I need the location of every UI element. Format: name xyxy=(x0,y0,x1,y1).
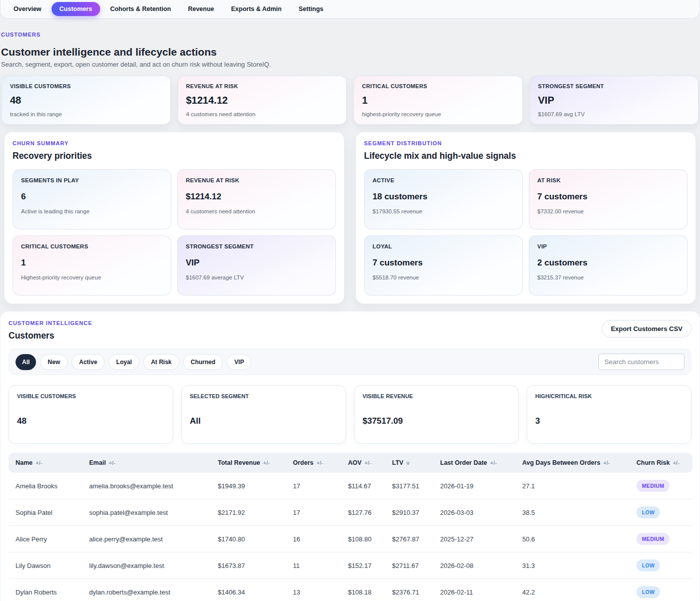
section-eyebrow-segment-distribution: SEGMENT DISTRIBUTION xyxy=(364,140,687,146)
mini-card-active-segment: ACTIVE 18 customers $17930.55 revenue xyxy=(364,169,523,229)
table-row[interactable]: Lily Dawson lily.dawson@example.test $16… xyxy=(9,552,692,579)
col-label: Orders xyxy=(293,459,313,466)
churn-risk-badge: LOW xyxy=(636,559,660,571)
mini-label: SEGMENTS IN PLAY xyxy=(21,177,163,183)
ci-stat-visible-customers: VISIBLE CUSTOMERS 48 xyxy=(9,385,173,444)
churn-summary-grid: SEGMENTS IN PLAY 6 Active is leading thi… xyxy=(13,169,336,295)
sort-indicator: +/- xyxy=(109,460,115,466)
hero-section: CUSTOMERS Customer intelligence and life… xyxy=(0,19,700,125)
ci-stat-value: All xyxy=(190,416,337,426)
customers-heading: Customers xyxy=(9,331,92,341)
stat-card-revenue-at-risk: REVENUE AT RISK $1214.12 4 customers nee… xyxy=(178,76,347,125)
filter-chip-new[interactable]: New xyxy=(40,354,68,370)
cell-aov: $127.76 xyxy=(341,499,385,526)
customer-stats-grid: VISIBLE CUSTOMERS 48 SELECTED SEGMENT Al… xyxy=(9,385,691,444)
customer-intelligence-header: CUSTOMER INTELLIGENCE Customers Export C… xyxy=(9,320,691,341)
col-header-name[interactable]: Name+/- xyxy=(9,453,82,473)
stat-label: REVENUE AT RISK xyxy=(186,83,338,89)
col-header-total-revenue[interactable]: Total Revenue+/- xyxy=(211,453,286,473)
cell-orders: 17 xyxy=(286,473,341,499)
section-eyebrow-churn-summary: CHURN SUMMARY xyxy=(13,140,336,146)
table-row[interactable]: Alice Perry alice.perry@example.test $17… xyxy=(9,526,692,552)
mini-label: ACTIVE xyxy=(373,177,514,183)
mini-sub: $5518.70 revenue xyxy=(373,274,514,280)
tab-revenue[interactable]: Revenue xyxy=(181,3,221,16)
churn-risk-badge: LOW xyxy=(636,586,660,598)
export-customers-csv-button[interactable]: Export Customers CSV xyxy=(602,320,691,338)
col-label: Avg Days Between Orders xyxy=(522,459,600,466)
stat-sub: $1607.69 avg LTV xyxy=(538,111,690,117)
ci-stat-label: VISIBLE CUSTOMERS xyxy=(17,393,165,399)
filter-chip-vip[interactable]: VIP xyxy=(227,354,251,370)
churn-risk-badge: MEDIUM xyxy=(636,480,669,492)
col-header-email[interactable]: Email+/- xyxy=(82,453,211,473)
mini-value: 2 customers xyxy=(537,258,679,268)
sort-indicator: +/- xyxy=(673,460,679,466)
cell-aov: $114.67 xyxy=(341,473,385,499)
cell-total-revenue: $2171.92 xyxy=(211,499,286,526)
page-title: Customer intelligence and lifecycle acti… xyxy=(1,46,699,58)
stat-card-critical-customers: CRITICAL CUSTOMERS 1 highest-priority re… xyxy=(354,76,523,125)
ci-stat-label: HIGH/CRITICAL RISK xyxy=(535,393,683,399)
cell-avg-days: 42.2 xyxy=(515,579,629,601)
filter-chip-all[interactable]: All xyxy=(16,354,36,370)
col-header-avg-days-between-orders[interactable]: Avg Days Between Orders+/- xyxy=(515,453,629,473)
col-header-ltv[interactable]: LTVv xyxy=(385,453,433,473)
col-label: Total Revenue xyxy=(218,459,260,466)
stat-card-visible-customers: VISIBLE CUSTOMERS 48 tracked in this ran… xyxy=(2,76,171,125)
tab-settings[interactable]: Settings xyxy=(291,3,330,16)
mini-label: CRITICAL CUSTOMERS xyxy=(21,243,163,249)
cell-total-revenue: $1673.87 xyxy=(211,552,286,579)
churn-summary-title: Recovery priorities xyxy=(13,151,336,161)
stat-label: STRONGEST SEGMENT xyxy=(538,83,690,89)
mini-sub: $17930.55 revenue xyxy=(373,208,514,214)
filter-chip-loyal[interactable]: Loyal xyxy=(109,354,139,370)
search-input[interactable] xyxy=(598,354,684,370)
mini-label: VIP xyxy=(537,243,679,249)
col-header-orders[interactable]: Orders+/- xyxy=(286,453,341,473)
tab-cohorts-retention[interactable]: Cohorts & Retention xyxy=(103,3,178,16)
customers-table-container: Name+/- Email+/- Total Revenue+/- Orders… xyxy=(9,453,691,601)
mini-value: 1 xyxy=(21,258,163,268)
cell-orders: 16 xyxy=(286,526,341,552)
cell-aov: $108.18 xyxy=(341,579,385,601)
customers-table: Name+/- Email+/- Total Revenue+/- Orders… xyxy=(9,453,692,601)
mini-card-strongest-segment: STRONGEST SEGMENT VIP $1607.69 average L… xyxy=(177,235,336,295)
mini-card-at-risk-segment: AT RISK 7 customers $7332.00 revenue xyxy=(529,169,687,229)
table-row[interactable]: Amelia Brooks amelia.brooks@example.test… xyxy=(9,473,692,499)
mini-value: 7 customers xyxy=(537,192,679,202)
col-header-churn-risk[interactable]: Churn Risk+/- xyxy=(629,453,692,473)
table-row[interactable]: Dylan Roberts dylan.roberts@example.test… xyxy=(9,579,692,601)
tab-overview[interactable]: Overview xyxy=(7,3,49,16)
cell-churn-risk: LOW xyxy=(629,579,692,601)
stat-value: VIP xyxy=(538,95,690,106)
col-header-last-order-date[interactable]: Last Order Date+/- xyxy=(433,453,515,473)
tab-exports-admin[interactable]: Exports & Admin xyxy=(224,3,289,16)
sort-indicator: +/- xyxy=(36,460,42,466)
mini-sub: $1607.69 average LTV xyxy=(186,274,327,280)
mini-value: 6 xyxy=(21,192,163,202)
ci-stat-label: SELECTED SEGMENT xyxy=(190,393,337,399)
filter-chip-active[interactable]: Active xyxy=(72,354,105,370)
hero-stat-grid: VISIBLE CUSTOMERS 48 tracked in this ran… xyxy=(2,76,698,125)
filter-chip-churned[interactable]: Churned xyxy=(183,354,223,370)
tab-customers[interactable]: Customers xyxy=(52,2,100,16)
mini-card-critical-customers: CRITICAL CUSTOMERS 1 Highest-priority re… xyxy=(13,235,171,295)
ci-stat-value: 3 xyxy=(535,416,683,426)
stat-value: 48 xyxy=(10,95,162,106)
cell-name: Lily Dawson xyxy=(9,552,82,579)
cell-email: lily.dawson@example.test xyxy=(82,552,211,579)
col-label: Churn Risk xyxy=(636,459,670,466)
cell-name: Sophia Patel xyxy=(9,499,82,526)
filter-chip-at-risk[interactable]: At Risk xyxy=(143,354,179,370)
cell-churn-risk: LOW xyxy=(629,499,692,526)
col-header-aov[interactable]: AOV+/- xyxy=(341,453,385,473)
mini-label: REVENUE AT RISK xyxy=(186,177,327,183)
ci-stat-visible-revenue: VISIBLE REVENUE $37517.09 xyxy=(354,385,519,444)
segment-distribution-panel: SEGMENT DISTRIBUTION Lifecycle mix and h… xyxy=(356,132,696,304)
cell-churn-risk: LOW xyxy=(629,552,692,579)
table-row[interactable]: Sophia Patel sophia.patel@example.test $… xyxy=(9,499,692,526)
table-header-row: Name+/- Email+/- Total Revenue+/- Orders… xyxy=(9,453,692,473)
cell-ltv: $2711.67 xyxy=(385,552,433,579)
cell-name: Alice Perry xyxy=(9,526,82,552)
